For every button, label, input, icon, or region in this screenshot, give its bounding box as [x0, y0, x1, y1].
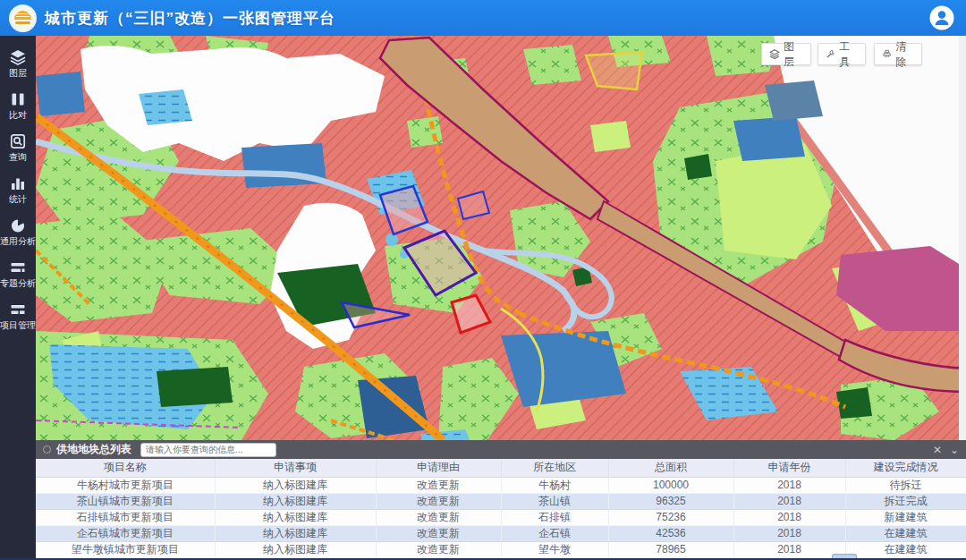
column-header: 总面积: [608, 459, 733, 477]
table-cell: 改造更新: [376, 493, 501, 509]
table-cell: 企石镇: [501, 525, 608, 541]
table-cell: 牛杨村: [501, 477, 608, 493]
stats-icon: [9, 174, 27, 192]
sidebar-item-thematic-analysis[interactable]: 专题分析: [0, 259, 36, 289]
map-button-label: 图层: [784, 39, 803, 70]
map-canvas[interactable]: [36, 36, 966, 440]
table-cell: 拆迁完成: [845, 493, 966, 509]
table-cell: 茶山镇: [501, 493, 608, 509]
column-header: 所在地区: [501, 459, 608, 477]
sidebar-item-label: 通用分析: [0, 236, 36, 247]
header-bar: 城市更新（“三旧”改造）一张图管理平台: [0, 0, 966, 36]
table-cell: 纳入标图建库: [215, 477, 376, 493]
thematic-analysis-icon: [9, 259, 27, 276]
table-cell: 100000: [608, 477, 733, 493]
panel-marker-icon: [43, 445, 51, 454]
table-row[interactable]: 茶山镇城市更新项目纳入标图建库改造更新茶山镇963252018拆迁完成: [36, 493, 966, 509]
sidebar-item-compare[interactable]: 比对: [0, 90, 36, 121]
query-icon: [9, 132, 27, 150]
column-header: 申请理由: [376, 459, 501, 477]
table-row[interactable]: 牛杨村城市更新项目纳入标图建库改造更新牛杨村1000002018待拆迁: [36, 477, 966, 493]
collapse-icon[interactable]: ⌄: [950, 445, 959, 455]
table-cell: 企石镇城市更新项目: [36, 525, 215, 541]
column-header: 建设完成情况: [845, 459, 966, 477]
map-button-label: 清除: [895, 39, 914, 70]
app-window: 城市更新（“三旧”改造）一张图管理平台 图层 比对: [0, 0, 966, 560]
sidebar-nav: 图层 比对 查询 统计: [0, 36, 36, 560]
table-cell: 75236: [608, 509, 733, 525]
column-header: 申请年份: [733, 459, 845, 477]
table-cell: 2018: [733, 509, 845, 525]
land-parcel-panel: 供地地块总列表 ✕ ⌄ 项目名称 申请事项 申请理由 所在地区 总面积 申请年份…: [36, 440, 966, 560]
map-button-label: 工具: [839, 39, 858, 70]
table-cell: 2018: [733, 477, 845, 493]
table-cell: 改造更新: [376, 477, 501, 493]
table-cell: 茶山镇城市更新项目: [36, 493, 215, 509]
table-cell: 望牛墩: [501, 541, 608, 557]
parcel-table: 项目名称 申请事项 申请理由 所在地区 总面积 申请年份 建设完成情况 牛杨村城…: [36, 459, 966, 560]
sidebar-item-stats[interactable]: 统计: [0, 174, 36, 205]
tools-icon: [826, 48, 835, 60]
compare-icon: [9, 90, 27, 108]
sidebar-item-label: 专题分析: [0, 278, 36, 289]
table-cell: 2018: [733, 525, 845, 541]
table-cell: 望牛墩镇城市更新项目: [36, 541, 215, 557]
table-cell: 纳入标图建库: [215, 509, 376, 525]
map-scrollbar[interactable]: [959, 36, 966, 440]
map-tools-button[interactable]: 工具: [818, 43, 866, 65]
table-cell: 石排镇城市更新项目: [36, 509, 215, 525]
table-cell: 纳入标图建库: [215, 525, 376, 541]
map-layers-button[interactable]: 图层: [761, 43, 811, 65]
sidebar-item-label: 比对: [9, 110, 27, 121]
user-avatar-icon[interactable]: [928, 4, 955, 31]
table-row[interactable]: 石排镇城市更新项目纳入标图建库改造更新石排镇752362018新建建筑: [36, 509, 966, 525]
search-input[interactable]: [140, 443, 276, 457]
column-header: 申请事项: [215, 459, 376, 477]
table-cell: 牛杨村城市更新项目: [36, 477, 215, 493]
table-body: 牛杨村城市更新项目纳入标图建库改造更新牛杨村1000002018待拆迁茶山镇城市…: [36, 477, 966, 560]
map-clear-button[interactable]: 清除: [874, 43, 922, 65]
sidebar-item-project-management[interactable]: 项目管理: [0, 301, 36, 331]
table-cell: 在建建筑: [845, 525, 966, 541]
column-header: 项目名称: [36, 459, 215, 477]
map-container: [36, 36, 966, 440]
panel-title: 供地地块总列表: [56, 442, 131, 457]
table-cell: 改造更新: [376, 509, 501, 525]
table-cell: 2018: [733, 493, 845, 509]
sidebar-item-label: 项目管理: [0, 320, 36, 331]
sidebar-item-label: 图层: [9, 68, 27, 79]
table-cell: 石排镇: [501, 509, 608, 525]
layers-icon: [9, 48, 27, 66]
close-icon[interactable]: ✕: [933, 445, 942, 455]
table-header-row: 项目名称 申请事项 申请理由 所在地区 总面积 申请年份 建设完成情况: [36, 459, 966, 477]
dongguan-logo-icon: [9, 4, 37, 32]
table-cell: 纳入标图建库: [215, 493, 376, 509]
table-cell: 2018: [733, 541, 845, 557]
general-analysis-icon: [9, 216, 27, 234]
sidebar-item-query[interactable]: 查询: [0, 132, 36, 163]
table-cell: 待拆迁: [845, 477, 966, 493]
layers-icon: [769, 48, 780, 60]
table-cell: 改造更新: [376, 525, 501, 541]
table-cell: 42536: [608, 525, 733, 541]
table-cell: 纳入标图建库: [215, 541, 376, 557]
table-cell: 在建建筑: [845, 541, 966, 557]
panel-header: 供地地块总列表 ✕ ⌄: [36, 440, 966, 459]
table-cell: 改造更新: [376, 541, 501, 557]
table-cell: 96325: [608, 493, 733, 509]
clear-icon: [882, 48, 892, 60]
sidebar-item-general-analysis[interactable]: 通用分析: [0, 216, 36, 247]
sidebar-item-label: 统计: [9, 194, 27, 205]
sidebar-item-label: 查询: [9, 152, 27, 163]
sidebar-item-layers[interactable]: 图层: [0, 48, 36, 79]
page-title: 城市更新（“三旧”改造）一张图管理平台: [45, 8, 335, 29]
table-row[interactable]: 望牛墩镇城市更新项目纳入标图建库改造更新望牛墩789652018在建建筑: [36, 541, 966, 557]
project-management-icon: [9, 301, 27, 318]
table-cell: 新建建筑: [845, 509, 966, 525]
table-cell: 78965: [608, 541, 733, 557]
table-row[interactable]: 企石镇城市更新项目纳入标图建库改造更新企石镇425362018在建建筑: [36, 525, 966, 541]
